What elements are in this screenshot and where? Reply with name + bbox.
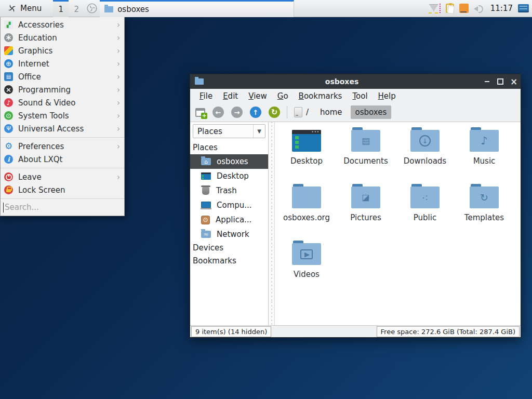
- folder-label: Templates: [464, 213, 504, 222]
- taskbar-item-osboxes[interactable]: osboxes: [100, 0, 294, 17]
- sidebar-mode-select[interactable]: Places ▼: [193, 124, 265, 138]
- sidebar-item-osboxes[interactable]: osboxes: [190, 154, 268, 169]
- refresh-button[interactable]: [269, 107, 280, 118]
- folder-templates[interactable]: Templates: [455, 182, 514, 238]
- place-label: Compu...: [217, 201, 252, 210]
- folder-public[interactable]: Public: [395, 182, 455, 238]
- search-input[interactable]: [1, 199, 124, 216]
- place-icon: [201, 231, 211, 238]
- place-icon: [201, 202, 211, 208]
- clipboard-icon[interactable]: [446, 4, 454, 13]
- workspace-button[interactable]: 2: [69, 0, 84, 17]
- menu-item-label: System Tools: [18, 111, 69, 121]
- breadcrumb-osboxes[interactable]: osboxes: [351, 105, 392, 119]
- menu-item-lock-screen[interactable]: Lock Screen: [1, 183, 124, 196]
- notes-icon[interactable]: [459, 4, 469, 13]
- back-button[interactable]: [212, 107, 224, 118]
- folder-desktop[interactable]: Desktop: [277, 125, 336, 182]
- menu-item-about-lxqt[interactable]: About LXQt: [1, 153, 124, 166]
- network-icon[interactable]: [429, 4, 438, 12]
- submenu-chevron-icon: ›: [117, 142, 120, 151]
- workspace-button[interactable]: 1: [53, 0, 69, 17]
- keyboard-layout-icon[interactable]: [518, 4, 529, 12]
- sidebar-section-header: Bookmarks: [190, 255, 268, 268]
- menu-separator[interactable]: [1, 137, 124, 138]
- sidebar-item-network[interactable]: Network: [190, 227, 268, 242]
- menu-item-icon: [4, 20, 13, 29]
- path-root[interactable]: /: [306, 108, 309, 117]
- sidebar-item-computer[interactable]: Compu...: [190, 198, 268, 212]
- folder-label: Music: [473, 156, 496, 166]
- folder-music[interactable]: Music: [455, 125, 514, 182]
- new-tab-button[interactable]: [195, 108, 205, 117]
- filesystem-root-icon[interactable]: [294, 107, 302, 117]
- menubar-item[interactable]: View: [243, 91, 272, 101]
- place-icon: [201, 158, 211, 165]
- menu-separator[interactable]: [1, 168, 124, 168]
- folder-icon: [351, 187, 380, 208]
- menubar-item[interactable]: Go: [272, 91, 294, 101]
- menu-item-programming[interactable]: Programming ›: [1, 83, 124, 96]
- sidebar-item-applications[interactable]: Applica...: [190, 212, 268, 227]
- menu-item-internet[interactable]: Internet ›: [1, 57, 124, 70]
- place-label: Network: [217, 230, 249, 239]
- menu-button[interactable]: Menu: [3, 0, 46, 17]
- item-count: 9 item(s) (14 hidden): [191, 326, 271, 337]
- folder-label: osboxes.org: [283, 213, 330, 222]
- file-grid: Desktop Documents Downloads Musi: [275, 122, 521, 325]
- menu-item-icon: [4, 185, 13, 194]
- menu-item-leave[interactable]: Leave ›: [1, 170, 124, 183]
- menu-item-accessories[interactable]: Accessories ›: [1, 18, 124, 31]
- menu-item-icon: [4, 98, 13, 107]
- menubar-item[interactable]: Bookmarks: [294, 91, 348, 101]
- network-indicator-line[interactable]: [440, 4, 441, 13]
- sidebar-item-trash[interactable]: Trash: [190, 183, 268, 198]
- menu-item-icon: [4, 85, 13, 94]
- menubar-item[interactable]: Edit: [218, 91, 243, 101]
- up-button[interactable]: [250, 107, 261, 118]
- menu-item-label: Internet: [18, 59, 49, 69]
- place-icon: [201, 172, 211, 180]
- folder-icon: [351, 130, 380, 152]
- submenu-chevron-icon: ›: [117, 33, 120, 43]
- desktop-background[interactable]: Menu 1 2: [0, 0, 532, 399]
- menu-item-icon: [4, 124, 13, 133]
- menu-item-label: Universal Access: [18, 124, 84, 134]
- submenu-chevron-icon: ›: [117, 124, 120, 134]
- lxqt-logo-icon: [7, 4, 17, 13]
- menu-item-universal-access[interactable]: Universal Access ›: [1, 122, 124, 135]
- menu-item-icon: [4, 33, 13, 42]
- menu-item-office[interactable]: Office ›: [1, 70, 124, 83]
- menubar-item[interactable]: Tool: [347, 91, 373, 101]
- clock[interactable]: 11:17: [490, 4, 513, 13]
- menubar-item[interactable]: File: [194, 91, 218, 101]
- menu-item-system-tools[interactable]: System Tools ›: [1, 109, 124, 122]
- folder-documents[interactable]: Documents: [336, 125, 395, 182]
- minimize-button[interactable]: [480, 74, 494, 89]
- menu-item-preferences[interactable]: Preferences ›: [1, 140, 124, 153]
- titlebar[interactable]: osboxes: [190, 74, 521, 89]
- volume-muted-icon[interactable]: [474, 4, 484, 12]
- forward-button[interactable]: [231, 107, 243, 118]
- breadcrumb-home[interactable]: home: [315, 105, 347, 119]
- menu-item-graphics[interactable]: Graphics ›: [1, 44, 124, 57]
- folder-label: Pictures: [350, 213, 381, 222]
- menubar-item[interactable]: Help: [373, 91, 401, 101]
- menu-item-label: Education: [18, 33, 57, 43]
- show-desktop-button[interactable]: [84, 0, 100, 17]
- sidebar-item-desktop[interactable]: Desktop: [190, 169, 268, 183]
- folder-label: Desktop: [290, 156, 323, 166]
- menu-item-education[interactable]: Education ›: [1, 31, 124, 44]
- toolbar-separator: [287, 106, 287, 118]
- folder-icon: [104, 6, 113, 12]
- splitter-handle[interactable]: [268, 122, 275, 325]
- folder-videos[interactable]: Videos: [277, 238, 336, 295]
- folder-pictures[interactable]: Pictures: [336, 182, 395, 238]
- menu-item-sound-video[interactable]: Sound & Video ›: [1, 96, 124, 109]
- place-icon: [201, 216, 210, 224]
- folder-osboxes-org[interactable]: osboxes.org: [277, 182, 336, 238]
- close-button[interactable]: [507, 74, 521, 89]
- folder-downloads[interactable]: Downloads: [395, 125, 455, 182]
- maximize-button[interactable]: [494, 74, 507, 89]
- folder-icon: [292, 130, 321, 152]
